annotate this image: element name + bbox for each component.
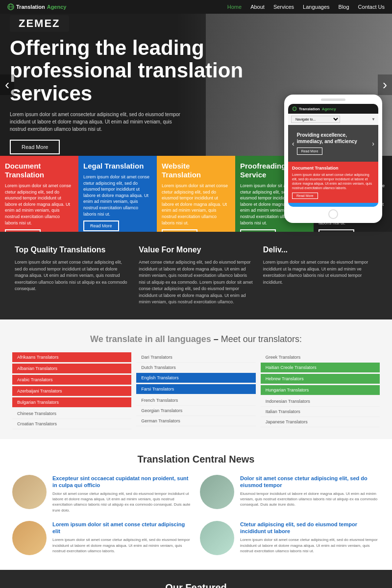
translators-grid: Afrikaans Translators Albanian Translato… xyxy=(12,352,380,429)
phone-home-button[interactable] xyxy=(328,209,338,219)
feature-desc-0: Lorem ipsum dolor sit amet conse ctetur … xyxy=(15,259,129,293)
news-title-2[interactable]: Lorem ipsum dolor sit amet conse ctetur … xyxy=(52,521,192,535)
phone-speaker xyxy=(321,98,345,101)
translators-col-1: Afrikaans Translators Albanian Translato… xyxy=(12,352,131,429)
phone-mockup: Translation Agency Navigate to... ▼ ‹ Pr… xyxy=(284,95,382,223)
trans-link[interactable]: Bulgarian Translators xyxy=(12,397,131,408)
news-img-3 xyxy=(200,521,234,555)
service-card-desc-2: Lorem ipsum dolor sit amet conse ctetur … xyxy=(162,183,230,226)
service-card-btn-1[interactable]: Read More xyxy=(83,220,119,231)
hero-content: ZEMEZ Offering the leading professional … xyxy=(0,14,270,156)
nav-logo-agency: Agency xyxy=(47,4,67,10)
news-desc-1: Eiusmod tempor incididunt ut labore et d… xyxy=(240,491,380,508)
trans-link[interactable]: English Translators xyxy=(136,373,255,383)
featured-section: Our Featured Lorem ipsum dolor sit am. L… xyxy=(0,570,392,588)
phone-read-more[interactable]: Read More xyxy=(297,147,323,155)
news-img-2 xyxy=(12,521,47,555)
service-card-desc-1: Lorem ipsum dolor sit amet conse ctetur … xyxy=(83,174,152,217)
svg-point-3 xyxy=(293,107,296,111)
trans-link[interactable]: Arabic Translators xyxy=(12,375,131,385)
nav-logo: Translation Agency xyxy=(7,3,66,10)
translators-col-2: Dari Translators Dutch Translators Engli… xyxy=(136,352,255,429)
phone-card-title: Document Translation xyxy=(292,166,374,171)
features-list: Top Quality Translations Lorem ipsum dol… xyxy=(0,232,392,319)
news-grid: Excepteur sint occaecat cupidatat non pr… xyxy=(12,475,380,555)
news-title-0[interactable]: Excepteur sint occaecat cupidatat non pr… xyxy=(52,475,192,489)
features-section: Top Quality Translations Lorem ipsum dol… xyxy=(0,232,392,319)
trans-link[interactable]: Chinese Translators xyxy=(12,409,131,419)
translators-heading: We translate in all languages – Meet our… xyxy=(12,334,380,344)
news-desc-2: Lorem ipsum dolor sit amet conse ctetur … xyxy=(52,537,192,554)
trans-link[interactable]: French Translators xyxy=(136,395,255,406)
trans-link[interactable]: Afrikaans Translators xyxy=(12,352,131,363)
phone-logo-text: Translation xyxy=(299,107,320,111)
news-img-0 xyxy=(12,475,47,509)
trans-link[interactable]: Haitian Creole Translators xyxy=(261,363,380,373)
trans-link[interactable]: Azerbaijani Translators xyxy=(12,386,131,396)
trans-link[interactable]: Dari Translators xyxy=(136,352,255,363)
hero-title: Offering the leading professional transl… xyxy=(10,37,255,105)
trans-link[interactable]: German Translators xyxy=(136,416,255,426)
news-heading: Translation Central News xyxy=(12,454,380,465)
service-card-title-0: Document Translation xyxy=(5,162,74,179)
trans-link[interactable]: Croatian Translators xyxy=(12,419,131,429)
phone-bottom-bar xyxy=(288,203,378,207)
phone-header: Translation Agency xyxy=(288,104,378,114)
translators-section: We translate in all languages – Meet our… xyxy=(0,319,392,439)
feature-title-1: Value For Money xyxy=(139,245,253,254)
nav-blog[interactable]: Blog xyxy=(339,4,349,10)
trans-link[interactable]: Japanese Translators xyxy=(261,417,380,427)
hero-prev-arrow[interactable]: ‹ xyxy=(0,74,14,95)
trans-link[interactable]: Italian Translators xyxy=(261,407,380,417)
nav-about[interactable]: About xyxy=(250,4,265,10)
service-card-title-1: Legal Translation xyxy=(83,162,152,171)
phone-nav: Navigate to... ▼ xyxy=(288,114,378,125)
nav-links: Home About Services Languages Blog Conta… xyxy=(227,4,385,10)
news-item-3: Ctetur adipiscing elit, sed do eiusmod t… xyxy=(200,521,380,555)
trans-link[interactable]: Farsi Translators xyxy=(136,384,255,394)
feature-1: Value For Money Amet conse ctetur adipis… xyxy=(139,245,253,306)
service-card-desc-0: Lorem ipsum dolor sit amet conse ctetur … xyxy=(5,183,74,226)
news-title-1[interactable]: Dolor sit amet conse ctetur adipiscing e… xyxy=(240,475,380,489)
phone-nav-select[interactable]: Navigate to... xyxy=(291,116,340,123)
trans-link[interactable]: Hebrew Translators xyxy=(261,374,380,384)
phone-card-btn[interactable]: Read More xyxy=(292,193,318,199)
service-card-legal: Legal Translation Lorem ipsum dolor sit … xyxy=(78,156,157,232)
translators-col-3: Greek Translators Haitian Creole Transla… xyxy=(261,352,380,429)
service-card-title-2: Website Translation xyxy=(162,162,230,179)
trans-link[interactable]: Hungarian Translators xyxy=(261,385,380,395)
nav-home[interactable]: Home xyxy=(227,4,242,10)
nav-logo-text: Translation xyxy=(16,4,45,10)
phone-next-arrow[interactable]: › xyxy=(372,140,374,147)
nav-services[interactable]: Services xyxy=(273,4,294,10)
feature-2: Deliv... Lorem ipsum dolor sit amet cons… xyxy=(263,245,377,306)
nav-languages[interactable]: Languages xyxy=(303,4,329,10)
news-content-3: Ctetur adipiscing elit, sed do eiusmod t… xyxy=(240,521,380,555)
feature-title-0: Top Quality Translations xyxy=(15,245,129,254)
news-item-1: Dolor sit amet conse ctetur adipiscing e… xyxy=(200,475,380,513)
phone-card-desc: Lorem ipsum dolor sit amet conse ctetur … xyxy=(292,172,374,190)
trans-link[interactable]: Dutch Translators xyxy=(136,363,255,373)
nav-contact[interactable]: Contact Us xyxy=(358,4,385,10)
phone-card: Document Translation Lorem ipsum dolor s… xyxy=(288,162,378,203)
trans-link[interactable]: Greek Translators xyxy=(261,352,380,363)
news-img-1 xyxy=(200,475,234,509)
globe-icon xyxy=(7,3,14,10)
feature-desc-2: Lorem ipsum dolor sit amet conse do eius… xyxy=(263,259,377,286)
hero-next-arrow[interactable]: › xyxy=(378,74,392,95)
trans-link[interactable]: Albanian Translators xyxy=(12,364,131,374)
featured-heading: Our Featured xyxy=(12,582,380,588)
trans-link[interactable]: Indonesian Translators xyxy=(261,396,380,407)
news-item-2: Lorem ipsum dolor sit amet conse ctetur … xyxy=(12,521,192,555)
news-desc-3: Lorem ipsum dolor sit amet conse ctetur … xyxy=(240,537,380,554)
news-title-3[interactable]: Ctetur adipiscing elit, sed do eiusmod t… xyxy=(240,521,380,535)
hero-read-more-button[interactable]: Read More xyxy=(10,140,60,154)
phone-logo-agency: Agency xyxy=(322,107,336,111)
feature-0: Top Quality Translations Lorem ipsum dol… xyxy=(15,245,129,306)
feature-title-2: Deliv... xyxy=(263,245,377,254)
trans-link[interactable]: Georgian Translators xyxy=(136,406,255,416)
news-item-0: Excepteur sint occaecat cupidatat non pr… xyxy=(12,475,192,513)
news-section: Translation Central News Excepteur sint … xyxy=(0,439,392,570)
hero-description: Lorem ipsum dolor sit amet consectetur a… xyxy=(10,111,186,133)
news-desc-0: Dolor sit amet conse ctetur adipiscing e… xyxy=(52,491,192,513)
